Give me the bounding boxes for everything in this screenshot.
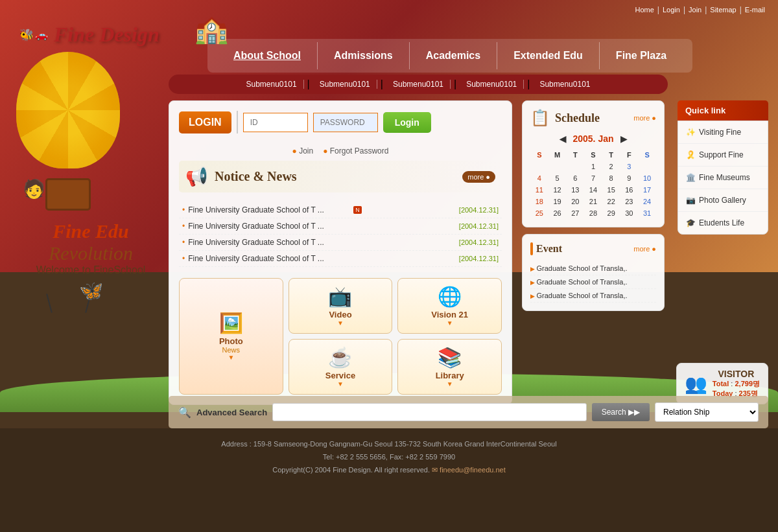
cal-day highlight[interactable]: 10 <box>638 172 656 184</box>
students-icon: 🎓 <box>686 218 696 227</box>
cal-day highlight[interactable]: 31 <box>638 207 656 219</box>
logo-text: Fine Design <box>54 23 159 47</box>
notice-date-4: [2004.12.31] <box>459 255 499 262</box>
submenu-item-1[interactable]: Submenu0101 <box>239 80 303 89</box>
submenu-item-3[interactable]: Submenu0101 <box>386 80 451 89</box>
relation-ship-select[interactable]: Relation Ship <box>655 402 759 422</box>
cal-day highlight[interactable]: 24 <box>638 196 656 207</box>
cal-day[interactable]: 5 <box>548 172 567 184</box>
footer: Address : 159-8 Samseong-Dong Gangnam-Gu… <box>0 428 778 532</box>
cal-prev-button[interactable]: ◀ <box>560 134 566 144</box>
forgot-password-link[interactable]: Forgot Password <box>323 146 388 156</box>
nav-join[interactable]: Join <box>689 6 701 14</box>
notice-title: Notice & News <box>215 169 297 184</box>
hero-title-2: Revolution <box>19 242 162 264</box>
footer-copyright: Copyright(C) 2004 Fine Design. All right… <box>10 464 768 477</box>
quick-link-visiting[interactable]: ✨ Visiting Fine <box>678 121 768 144</box>
quick-icon-service[interactable]: ☕ Service ▼ <box>289 339 393 395</box>
nav-item-extended[interactable]: Extended Edu <box>497 42 600 69</box>
cal-header-mon: M <box>548 149 567 161</box>
event-item-1[interactable]: Graduate School of Transla,. <box>530 262 656 275</box>
notice-item-2[interactable]: Fine University Graduate School of T ...… <box>179 218 502 235</box>
submenu-item-4[interactable]: Submenu0101 <box>460 80 524 89</box>
schedule-box: 📋 Schedule more ● ◀ 2005. Jan ▶ S M T S … <box>522 100 665 227</box>
cal-day[interactable]: 23 <box>620 196 639 207</box>
submenu-item-5[interactable]: Submenu0101 <box>533 80 596 89</box>
cal-day[interactable]: 25 <box>530 207 548 219</box>
cal-day[interactable]: 2 <box>602 161 620 172</box>
login-button[interactable]: Login <box>383 112 431 133</box>
nav-login[interactable]: Login <box>663 6 680 14</box>
quick-link-panel: Quick link ✨ Visiting Fine 🎗️ Support Fi… <box>678 100 768 235</box>
search-label: Advanced Search <box>196 408 267 417</box>
quick-link-gallery[interactable]: 📷 Photo Gallery <box>678 189 768 212</box>
cal-day[interactable]: 20 <box>566 196 584 207</box>
nav-item-about[interactable]: About School <box>217 42 318 69</box>
quick-link-museums[interactable]: 🏛️ Fine Museums <box>678 167 768 189</box>
search-input[interactable] <box>272 403 587 421</box>
nav-home[interactable]: Home <box>635 6 654 14</box>
vision-arrow-icon: ▼ <box>401 319 498 327</box>
join-link[interactable]: Join <box>292 146 314 156</box>
notice-more-button[interactable]: more ● <box>462 171 495 183</box>
nav-email[interactable]: E-mail <box>745 6 765 14</box>
cal-day[interactable]: 15 <box>602 184 620 196</box>
cal-day[interactable]: 14 <box>584 184 602 196</box>
cal-header-sat: S <box>638 149 656 161</box>
submenu-item-2[interactable]: Submenu0101 <box>313 80 377 89</box>
visitor-total: Total : 2,799명 <box>713 379 760 389</box>
search-button[interactable]: Search ▶▶ <box>592 403 650 421</box>
notice-item-4[interactable]: Fine University Graduate School of T ...… <box>179 251 502 267</box>
footer-email[interactable]: ✉ fineedu@fineedu.net <box>432 466 506 474</box>
nav-sitemap[interactable]: Sitemap <box>710 6 736 14</box>
cal-day[interactable]: 13 <box>566 184 584 196</box>
cal-day[interactable]: 4 <box>530 172 548 184</box>
cal-day[interactable]: 12 <box>548 184 567 196</box>
quick-link-students[interactable]: 🎓 Etudents Life <box>678 212 768 234</box>
cal-day[interactable]: 26 <box>548 207 567 219</box>
cal-day[interactable]: 29 <box>602 207 620 219</box>
cal-day[interactable] <box>566 161 584 172</box>
cal-day[interactable]: 30 <box>620 207 639 219</box>
cal-day[interactable]: 9 <box>620 172 639 184</box>
cal-day[interactable] <box>530 161 548 172</box>
nav-item-admissions[interactable]: Admissions <box>318 42 410 69</box>
login-id-input[interactable] <box>243 113 308 132</box>
notice-item-1[interactable]: Fine University Graduate School of T ...… <box>179 202 502 218</box>
library-label: Library <box>401 371 498 380</box>
cal-header-fri: F <box>620 149 639 161</box>
cal-day[interactable]: 6 <box>566 172 584 184</box>
cal-next-button[interactable]: ▶ <box>620 134 627 144</box>
quick-icon-video[interactable]: 📺 Video ▼ <box>289 278 393 334</box>
cal-day[interactable]: 16 <box>620 184 639 196</box>
cal-day[interactable]: 22 <box>602 196 620 207</box>
quick-icon-library[interactable]: 📚 Library ▼ <box>397 339 502 395</box>
nav-item-academics[interactable]: Academics <box>410 42 498 69</box>
cal-day[interactable]: 7 <box>584 172 602 184</box>
cal-day highlight[interactable]: 17 <box>638 184 656 196</box>
event-item-3[interactable]: Graduate School of Transla,. <box>530 289 656 303</box>
quick-icon-photo-news[interactable]: 🖼️ Photo News ▼ <box>179 278 283 395</box>
cal-day[interactable]: 28 <box>584 207 602 219</box>
cal-day[interactable]: 1 <box>584 161 602 172</box>
video-arrow-icon: ▼ <box>292 319 389 327</box>
schedule-header: 📋 Schedule more ● <box>530 109 656 127</box>
support-icon: 🎗️ <box>686 150 696 159</box>
library-arrow-icon: ▼ <box>401 380 498 387</box>
cal-day[interactable]: 11 <box>530 184 548 196</box>
login-pw-input[interactable] <box>313 113 378 132</box>
nav-item-plaza[interactable]: Fine Plaza <box>600 42 683 69</box>
quick-icon-vision[interactable]: 🌐 Vision 21 ▼ <box>397 278 502 334</box>
event-item-2[interactable]: Graduate School of Transla,. <box>530 275 656 289</box>
cal-day[interactable]: 19 <box>548 196 567 207</box>
cal-day[interactable]: 18 <box>530 196 548 207</box>
quick-link-support[interactable]: 🎗️ Support Fine <box>678 144 768 167</box>
schedule-more-button[interactable]: more ● <box>633 114 656 122</box>
cal-day[interactable]: 21 <box>584 196 602 207</box>
notice-item-3[interactable]: Fine University Graduate School of T ...… <box>179 235 502 251</box>
event-more-button[interactable]: more ● <box>633 245 656 253</box>
cal-day[interactable] <box>548 161 567 172</box>
cal-day[interactable]: 3 <box>620 161 639 172</box>
cal-day[interactable]: 8 <box>602 172 620 184</box>
cal-day[interactable]: 27 <box>566 207 584 219</box>
